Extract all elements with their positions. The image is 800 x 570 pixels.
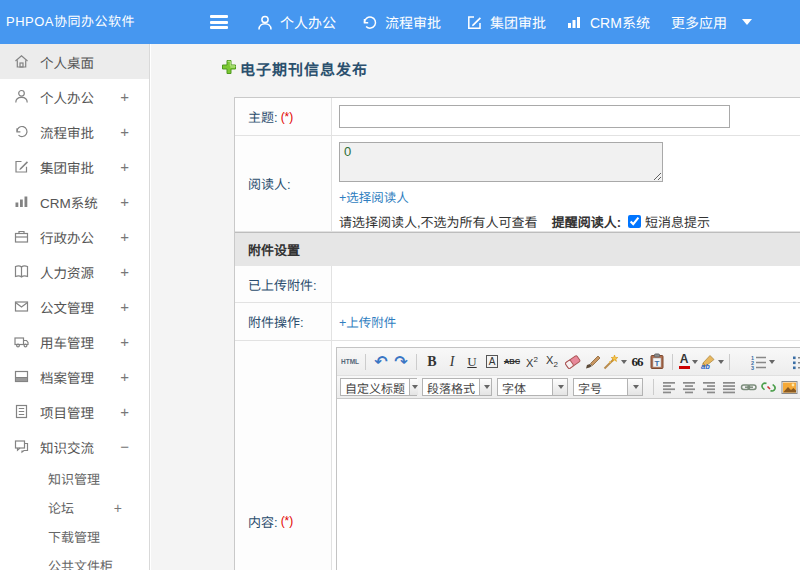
subject-input[interactable] xyxy=(339,105,730,128)
expand-toggle[interactable]: + xyxy=(120,158,129,175)
expand-toggle[interactable]: + xyxy=(120,403,129,420)
align-left-button[interactable] xyxy=(659,377,679,398)
sidebar-item-4[interactable]: CRM系统+ xyxy=(0,184,149,219)
undo-button[interactable]: ↶ xyxy=(371,351,391,372)
expand-toggle[interactable]: + xyxy=(120,193,129,210)
paragraph-select[interactable]: 段落格式 xyxy=(422,378,492,396)
superscript-button[interactable]: X2 xyxy=(522,351,542,372)
select-caret[interactable] xyxy=(409,379,418,395)
sidebar-item-8[interactable]: 用车管理+ xyxy=(0,324,149,359)
unordered-list-button[interactable] xyxy=(790,351,800,372)
strikethrough-button[interactable]: ABC xyxy=(502,351,522,372)
action-label: 附件操作: xyxy=(235,303,332,340)
expand-toggle[interactable]: + xyxy=(114,500,122,516)
image-button[interactable] xyxy=(779,377,799,398)
sidebar-item-6[interactable]: 人力资源+ xyxy=(0,254,149,289)
nav-group-approval[interactable]: 集团审批 xyxy=(466,0,546,44)
add-icon xyxy=(221,59,237,79)
font-select[interactable]: 字体 xyxy=(497,378,568,396)
heading-select[interactable]: 自定义标题 xyxy=(340,378,417,396)
subscript-button[interactable]: X2 xyxy=(542,351,562,372)
sidebar-item-3[interactable]: 集团审批+ xyxy=(0,149,149,184)
expand-toggle[interactable]: + xyxy=(120,263,129,280)
select-caret[interactable] xyxy=(627,379,642,395)
topbar: PHPOA协同办公软件 个人办公 流程审批 集团审批 CRM系统 更多应用 xyxy=(0,0,800,44)
home-icon xyxy=(13,53,30,70)
briefcase-icon xyxy=(13,228,30,245)
align-center-button[interactable] xyxy=(679,377,699,398)
chat-icon xyxy=(13,438,30,455)
content-label: 内容:(*) xyxy=(235,341,332,570)
expand-toggle[interactable]: + xyxy=(120,298,129,315)
content-row: 内容:(*) HTML↶↷BIUAABCX2X266TAab123 自定义标题段… xyxy=(235,341,800,570)
user-icon xyxy=(257,14,273,31)
sidebar-item-label: 人力资源 xyxy=(40,262,94,282)
html-source-button[interactable]: HTML xyxy=(340,351,360,372)
eraser-button[interactable] xyxy=(562,351,582,372)
magic-wand-button[interactable] xyxy=(602,351,627,372)
unlink-button[interactable] xyxy=(759,377,779,398)
link-button[interactable] xyxy=(739,377,759,398)
ordered-list-button[interactable]: 123 xyxy=(750,351,775,372)
nav-personal-office[interactable]: 个人办公 xyxy=(257,0,336,44)
more-apps-caret[interactable] xyxy=(742,0,752,44)
hamburger-menu-icon[interactable] xyxy=(210,15,228,29)
edit-icon xyxy=(466,14,483,31)
sidebar-item-9[interactable]: 档案管理+ xyxy=(0,359,149,394)
sidebar-item-10[interactable]: 项目管理+ xyxy=(0,394,149,429)
bold-button[interactable]: B xyxy=(422,351,442,372)
select-caret[interactable] xyxy=(479,379,491,395)
expand-toggle[interactable]: + xyxy=(120,88,129,105)
sidebar-subitem-1[interactable]: 论坛+ xyxy=(0,493,149,522)
toolbar-separator xyxy=(365,354,366,370)
align-right-button[interactable] xyxy=(699,377,719,398)
rich-text-editor: HTML↶↷BIUAABCX2X266TAab123 自定义标题段落格式字体字号 xyxy=(336,347,800,570)
uploaded-value xyxy=(332,266,800,302)
user-icon xyxy=(13,88,30,105)
sidebar-item-0[interactable]: 个人桌面 xyxy=(0,44,149,79)
sidebar-subitem-0[interactable]: 知识管理 xyxy=(0,464,149,493)
sms-checkbox[interactable] xyxy=(628,215,641,228)
redo-button[interactable]: ↷ xyxy=(391,351,411,372)
nav-process-approval[interactable]: 流程审批 xyxy=(361,0,441,44)
sidebar-item-7[interactable]: 公文管理+ xyxy=(0,289,149,324)
sidebar-item-2[interactable]: 流程审批+ xyxy=(0,114,149,149)
size-select[interactable]: 字号 xyxy=(573,378,643,396)
content-value-cell: HTML↶↷BIUAABCX2X266TAab123 自定义标题段落格式字体字号 xyxy=(332,341,800,570)
sidebar-subitem-2[interactable]: 下载管理 xyxy=(0,522,149,551)
align-justify-button[interactable] xyxy=(719,377,739,398)
font-box-button[interactable]: A xyxy=(482,351,502,372)
app-logo[interactable]: PHPOA协同办公软件 xyxy=(6,0,135,44)
sidebar-subitem-3[interactable]: 公共文件柜 xyxy=(0,551,149,570)
paste-text-button[interactable]: T xyxy=(647,351,667,372)
sidebar-item-1[interactable]: 个人办公+ xyxy=(0,79,149,114)
editor-content-area[interactable] xyxy=(337,399,800,570)
readers-textarea[interactable]: 0 xyxy=(339,142,663,182)
expand-toggle[interactable]: + xyxy=(120,368,129,385)
select-readers-link[interactable]: +选择阅读人 xyxy=(339,187,409,206)
required-mark: (*) xyxy=(281,110,294,124)
expand-toggle[interactable]: + xyxy=(120,228,129,245)
quote-button[interactable]: 66 xyxy=(627,351,647,372)
font-color-button[interactable]: A xyxy=(678,351,698,372)
select-caret[interactable] xyxy=(552,379,567,395)
underline-button[interactable]: U xyxy=(462,351,482,372)
nav-crm-system[interactable]: CRM系统 xyxy=(566,0,650,44)
svg-text:3: 3 xyxy=(751,364,754,370)
document-send-icon xyxy=(13,298,30,315)
paintbrush-button[interactable] xyxy=(582,351,602,372)
sidebar-item-11[interactable]: 知识交流− xyxy=(0,429,149,464)
expand-toggle[interactable]: + xyxy=(120,333,129,350)
page-title: 电子期刊信息发布 xyxy=(221,58,368,79)
upload-attachment-link[interactable]: +上传附件 xyxy=(339,312,396,331)
italic-button[interactable]: I xyxy=(442,351,462,372)
nav-more-apps[interactable]: 更多应用 xyxy=(671,0,727,44)
sidebar-item-label: 项目管理 xyxy=(40,402,94,422)
subject-label: 主题:(*) xyxy=(235,98,332,135)
highlight-color-button[interactable]: ab xyxy=(698,351,724,372)
expand-toggle[interactable]: + xyxy=(120,123,129,140)
uploaded-label: 已上传附件: xyxy=(235,266,332,302)
sidebar-item-5[interactable]: 行政办公+ xyxy=(0,219,149,254)
sms-label: 短消息提示 xyxy=(645,212,710,231)
expand-toggle[interactable]: − xyxy=(120,438,129,455)
